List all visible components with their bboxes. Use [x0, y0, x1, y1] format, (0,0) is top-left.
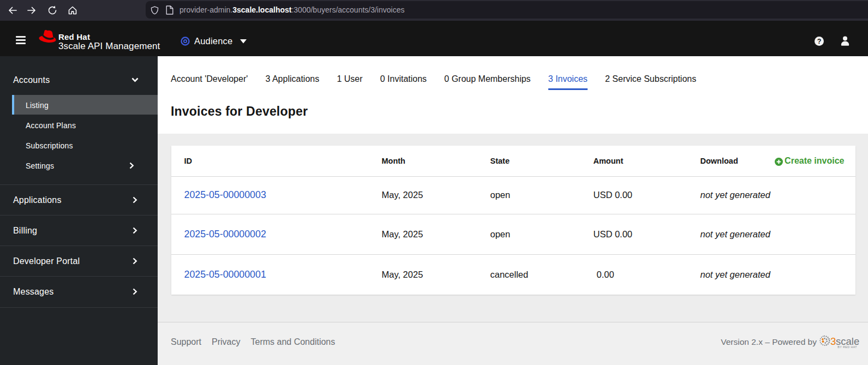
svg-text:?: ?: [817, 38, 822, 45]
svg-text:BY RED HAT: BY RED HAT: [837, 345, 857, 349]
svg-text:3: 3: [830, 336, 836, 347]
